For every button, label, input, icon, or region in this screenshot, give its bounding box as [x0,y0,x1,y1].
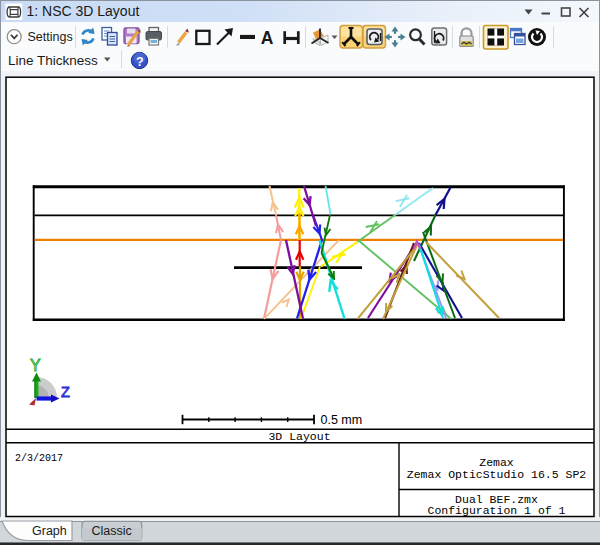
svg-text:Y: Y [30,357,41,374]
svg-text:Classic: Classic [92,524,132,538]
svg-text:2/3/2017: 2/3/2017 [15,453,63,464]
svg-text:Z: Z [61,384,70,400]
svg-text:?: ? [136,55,144,69]
svg-text:Configuration 1 of 1: Configuration 1 of 1 [427,504,565,517]
svg-text:Zemax OpticStudio 16.5 SP2: Zemax OpticStudio 16.5 SP2 [407,468,587,481]
svg-text:Graph: Graph [32,524,67,538]
svg-text:3D Layout: 3D Layout [268,430,330,443]
svg-text:0.5 mm: 0.5 mm [321,413,363,427]
svg-text:A: A [261,28,274,48]
